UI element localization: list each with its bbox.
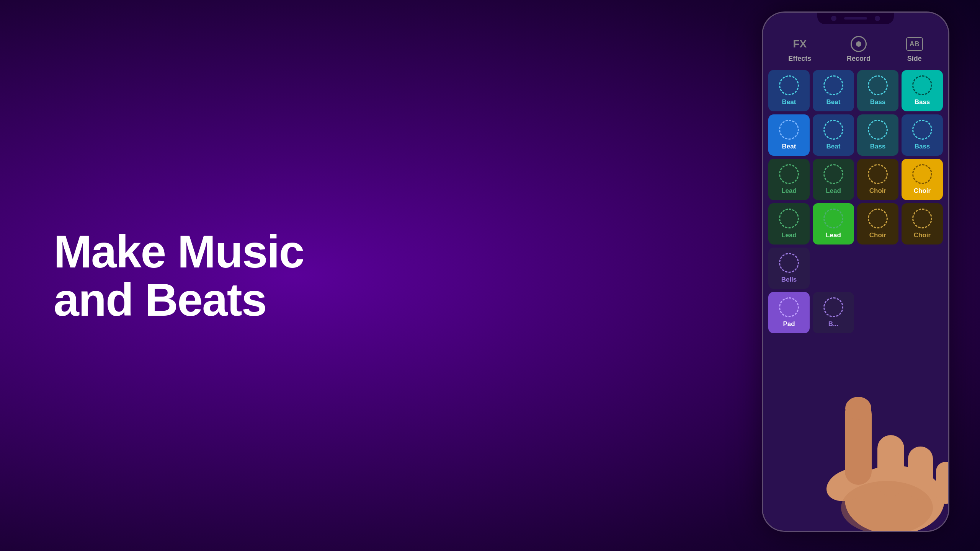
pad-label: Choir <box>869 231 886 239</box>
fx-text: FX <box>793 38 807 50</box>
side-button[interactable]: AB Side <box>906 36 923 63</box>
effects-button[interactable]: FX Effects <box>788 36 811 63</box>
pad-circle <box>823 75 843 95</box>
pad-empty-5-3 <box>857 248 898 289</box>
headline-line2: and Beats <box>54 276 304 324</box>
pad-label: Choir <box>914 231 931 239</box>
camera-dot-right <box>875 16 880 21</box>
record-circle-icon <box>851 36 867 52</box>
pad-circle <box>868 209 888 228</box>
pad-lead-2[interactable]: Lead <box>813 159 854 200</box>
pad-circle <box>868 164 888 184</box>
pad-circle <box>912 120 932 140</box>
pad-label: Beat <box>782 143 796 150</box>
svg-point-0 <box>845 466 944 531</box>
pad-circle <box>823 209 843 228</box>
pad-bass-4[interactable]: Bass <box>902 114 943 156</box>
effects-label: Effects <box>788 55 811 63</box>
pad-label: Bass <box>870 98 886 106</box>
pad-choir-2-active[interactable]: Choir <box>902 159 943 200</box>
pad-choir-3[interactable]: Choir <box>857 203 898 245</box>
record-icon <box>850 36 867 52</box>
pad-choir-4[interactable]: Choir <box>902 203 943 245</box>
pad-empty-5-4 <box>902 248 943 289</box>
pad-label: Lead <box>826 187 841 195</box>
pad-circle <box>868 75 888 95</box>
pad-beat-1[interactable]: Beat <box>768 70 810 111</box>
pad-grid: Beat Beat Bass Bass Beat <box>768 70 943 333</box>
pad-circle <box>779 75 799 95</box>
pad-label: Bass <box>870 143 886 150</box>
pad-label: Bass <box>915 98 930 106</box>
pad-circle <box>779 297 799 317</box>
record-button[interactable]: Record <box>847 36 871 63</box>
ab-icon: AB <box>906 36 923 52</box>
pad-circle <box>912 164 932 184</box>
camera-dot <box>831 16 836 21</box>
svg-point-6 <box>845 397 871 420</box>
phone-screen: FX Effects Record AB <box>763 13 948 531</box>
pad-lead-3[interactable]: Lead <box>768 203 810 245</box>
pad-label: B... <box>828 320 838 328</box>
pad-choir-1[interactable]: Choir <box>857 159 898 200</box>
ab-box-icon: AB <box>906 37 923 51</box>
svg-rect-5 <box>936 462 948 504</box>
pad-circle <box>823 164 843 184</box>
pad-circle <box>912 209 932 228</box>
pad-empty-6-4 <box>902 292 943 333</box>
pad-circle <box>823 297 843 317</box>
app-toolbar: FX Effects Record AB <box>763 36 948 63</box>
fx-icon: FX <box>791 36 808 52</box>
headline: Make Music and Beats <box>54 227 304 324</box>
speaker-bar <box>844 17 867 20</box>
svg-point-7 <box>841 481 933 531</box>
hand-group <box>822 397 948 531</box>
side-label: Side <box>907 55 922 63</box>
hand-svg <box>810 339 948 531</box>
pad-beat-2[interactable]: Beat <box>813 70 854 111</box>
pad-pad-1[interactable]: Pad <box>768 292 810 333</box>
pad-circle <box>868 120 888 140</box>
record-label: Record <box>847 55 871 63</box>
svg-point-1 <box>822 463 875 507</box>
hand-overlay <box>810 339 948 531</box>
pad-label: Beat <box>826 98 841 106</box>
pad-circle <box>779 120 799 140</box>
pad-circle <box>779 253 799 273</box>
svg-rect-4 <box>908 447 933 500</box>
phone-device: FX Effects Record AB <box>762 11 949 532</box>
pad-empty-5-2 <box>813 248 854 289</box>
pad-empty-6-3 <box>857 292 898 333</box>
pad-label: Lead <box>826 231 841 239</box>
pad-bells-1[interactable]: Bells <box>768 248 810 289</box>
pad-bass-1[interactable]: Bass <box>857 70 898 111</box>
phone-frame: FX Effects Record AB <box>762 11 949 532</box>
left-section: Make Music and Beats <box>54 227 304 324</box>
pad-circle <box>779 164 799 184</box>
pad-label: Choir <box>869 187 886 195</box>
pad-circle <box>779 209 799 228</box>
pad-beat-3-active[interactable]: Beat <box>768 114 810 156</box>
pad-label: Pad <box>783 320 795 328</box>
pad-label: Beat <box>782 98 796 106</box>
phone-notch <box>817 13 894 24</box>
pad-label: Beat <box>826 143 841 150</box>
pad-circle <box>823 120 843 140</box>
pad-bass-2-active[interactable]: Bass <box>902 70 943 111</box>
ab-text: AB <box>910 40 920 48</box>
pad-label: Bass <box>915 143 930 150</box>
pad-label: Bells <box>781 276 797 284</box>
pad-label: Choir <box>914 187 931 195</box>
pad-bass-3[interactable]: Bass <box>857 114 898 156</box>
svg-rect-3 <box>877 435 904 496</box>
pad-label: Lead <box>781 187 797 195</box>
pad-beat-4[interactable]: Beat <box>813 114 854 156</box>
pad-label: Lead <box>781 231 797 239</box>
svg-rect-2 <box>845 401 872 485</box>
pad-partial-2[interactable]: B... <box>813 292 854 333</box>
pad-lead-1[interactable]: Lead <box>768 159 810 200</box>
pad-lead-4-active[interactable]: Lead <box>813 203 854 245</box>
pad-circle <box>912 75 932 95</box>
headline-line1: Make Music <box>54 227 304 276</box>
